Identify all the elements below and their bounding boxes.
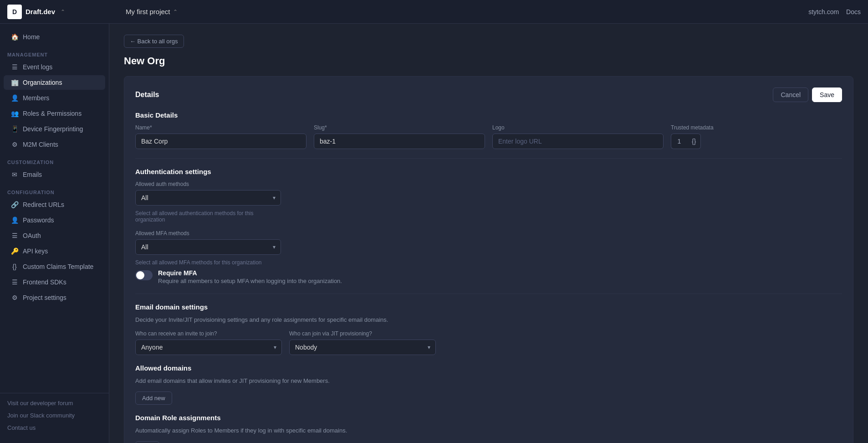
sidebar-item-redirect-urls[interactable]: 🔗 Redirect URLs (4, 197, 105, 212)
logo-label: Logo (492, 124, 664, 131)
topbar-right: stytch.com Docs (808, 8, 861, 15)
save-button[interactable]: Save (812, 88, 842, 102)
sidebar-item-event-logs[interactable]: ☰ Event logs (4, 60, 105, 74)
slug-group: Slug* (314, 124, 485, 149)
sidebar-item-emails[interactable]: ✉ Emails (4, 167, 105, 182)
home-icon: 🏠 (11, 33, 18, 41)
slug-input[interactable] (314, 134, 485, 149)
card-header: Details Cancel Save (135, 88, 842, 102)
allowed-auth-label: Allowed auth methods (135, 181, 281, 187)
sidebar-footer-slack[interactable]: Join our Slack community (0, 409, 109, 422)
email-domain-selects: Who can receive an invite to join? Anyon… (135, 330, 436, 355)
organizations-icon: 🏢 (11, 79, 18, 86)
sidebar-item-label: Roles & Permissions (23, 110, 82, 117)
allowed-mfa-label: Allowed MFA methods (135, 230, 281, 237)
require-mfa-row: Require MFA Require all members to setup… (135, 269, 842, 284)
api-keys-icon: 🔑 (11, 247, 18, 255)
name-input[interactable] (135, 134, 306, 149)
sidebar-item-api-keys[interactable]: 🔑 API keys (4, 244, 105, 258)
sidebar-item-label: Custom Claims Template (23, 263, 93, 270)
sidebar-item-m2m-clients[interactable]: ⚙ M2M Clients (4, 137, 105, 152)
project-name: My first project (126, 8, 170, 15)
sidebar-section-configuration: CONFIGURATION (0, 184, 109, 197)
trusted-metadata-num: 1 (671, 134, 687, 149)
logo-name: Draft.dev (26, 8, 55, 15)
sidebar-item-roles-permissions[interactable]: 👥 Roles & Permissions (4, 106, 105, 121)
auth-settings-title: Authentication settings (135, 168, 842, 175)
passwords-icon: 👤 (11, 216, 18, 224)
basic-details-form: Name* Slug* Logo Trusted metadata 1 {} (135, 124, 842, 149)
m2m-icon: ⚙ (11, 141, 18, 148)
sidebar-item-device-fingerprinting[interactable]: 📱 Device Fingerprinting (4, 122, 105, 136)
sidebar-footer-forum[interactable]: Visit our developer forum (0, 397, 109, 409)
card-title: Details (135, 91, 159, 99)
sdks-icon: ☰ (11, 278, 18, 286)
divider-1 (135, 158, 842, 159)
allowed-mfa-select[interactable]: All TOTP SMS OTP (135, 239, 281, 255)
invite-select[interactable]: Anyone Nobody Specific domains (135, 340, 282, 355)
sidebar-item-label: Emails (23, 171, 42, 178)
back-button[interactable]: ← Back to all orgs (124, 35, 184, 48)
sidebar-item-custom-claims[interactable]: {} Custom Claims Template (4, 259, 105, 274)
logo-chevron-icon: ⌃ (61, 9, 65, 15)
require-mfa-toggle[interactable] (135, 270, 153, 280)
add-new-domain-button[interactable]: Add new (135, 391, 172, 405)
project-settings-icon: ⚙ (11, 294, 18, 301)
docs-link[interactable]: Docs (846, 8, 861, 15)
cancel-button[interactable]: Cancel (773, 88, 808, 102)
project-chevron-icon: ⌃ (173, 9, 178, 15)
name-label: Name* (135, 124, 306, 131)
allowed-domains-desc: Add email domains that allow invites or … (135, 377, 842, 384)
require-mfa-label: Require MFA (158, 269, 342, 277)
event-logs-icon: ☰ (11, 63, 18, 71)
sidebar: 🏠 Home MANAGEMENT ☰ Event logs 🏢 Organiz… (0, 24, 109, 443)
sidebar-item-label: Members (23, 94, 49, 102)
trusted-metadata-group: Trusted metadata 1 {} (671, 124, 842, 149)
allowed-auth-group: Allowed auth methods All Magic Links OAu… (135, 181, 281, 223)
members-icon: 👤 (11, 94, 18, 102)
divider-2 (135, 294, 842, 294)
toggle-knob (136, 271, 144, 279)
sidebar-item-frontend-sdks[interactable]: ☰ Frontend SDKs (4, 275, 105, 289)
stytch-link[interactable]: stytch.com (808, 8, 839, 15)
logo-group: Logo (492, 124, 664, 149)
sidebar-footer-contact[interactable]: Contact us (0, 422, 109, 434)
topbar: D Draft.dev ⌃ My first project ⌃ stytch.… (0, 0, 868, 24)
name-group: Name* (135, 124, 306, 149)
logo-input[interactable] (492, 134, 664, 149)
sidebar-item-label: API keys (23, 247, 48, 255)
sidebar-footer: Visit our developer forum Join our Slack… (0, 393, 109, 438)
require-mfa-text: Require MFA Require all members to setup… (158, 269, 342, 284)
sidebar-item-label: Home (23, 33, 40, 41)
redirect-icon: 🔗 (11, 201, 18, 208)
topbar-project[interactable]: My first project ⌃ (126, 8, 178, 15)
sidebar-item-label: Passwords (23, 216, 54, 224)
trusted-metadata-icon: {} (687, 134, 701, 149)
jit-select[interactable]: Nobody Anyone Specific domains (289, 340, 436, 355)
sidebar-item-members[interactable]: 👤 Members (4, 91, 105, 105)
basic-details-title: Basic Details (135, 111, 842, 119)
allowed-auth-select[interactable]: All Magic Links OAuth SSO Passwords Emai… (135, 190, 281, 206)
topbar-logo: D Draft.dev ⌃ (7, 5, 117, 19)
sidebar-item-oauth[interactable]: ☰ OAuth (4, 228, 105, 243)
device-icon: 📱 (11, 125, 18, 133)
email-domain-desc: Decide your Invite/JIT provisioning sett… (135, 316, 842, 323)
jit-label: Who can join via JIT provisioning? (289, 330, 436, 337)
allowed-auth-select-wrapper: All Magic Links OAuth SSO Passwords Emai… (135, 190, 281, 206)
jit-group: Who can join via JIT provisioning? Nobod… (289, 330, 436, 355)
sidebar-item-organizations[interactable]: 🏢 Organizations (4, 75, 105, 90)
sidebar-item-label: Frontend SDKs (23, 278, 66, 286)
sidebar-item-passwords[interactable]: 👤 Passwords (4, 213, 105, 227)
email-domain-title: Email domain settings (135, 303, 842, 311)
slug-label: Slug* (314, 124, 485, 131)
sidebar-item-home[interactable]: 🏠 Home (4, 30, 105, 44)
logo-box: D (7, 5, 22, 19)
allowed-mfa-hint: Select all allowed MFA methods for this … (135, 259, 281, 266)
allowed-mfa-select-wrapper: All TOTP SMS OTP (135, 239, 281, 255)
allowed-auth-hint: Select all allowed authentication method… (135, 210, 281, 223)
add-role-assignment-button[interactable]: Add (135, 441, 159, 443)
page-title: New Org (124, 55, 853, 67)
sidebar-item-project-settings[interactable]: ⚙ Project settings (4, 290, 105, 305)
emails-icon: ✉ (11, 171, 18, 178)
trusted-metadata-label: Trusted metadata (671, 124, 842, 131)
